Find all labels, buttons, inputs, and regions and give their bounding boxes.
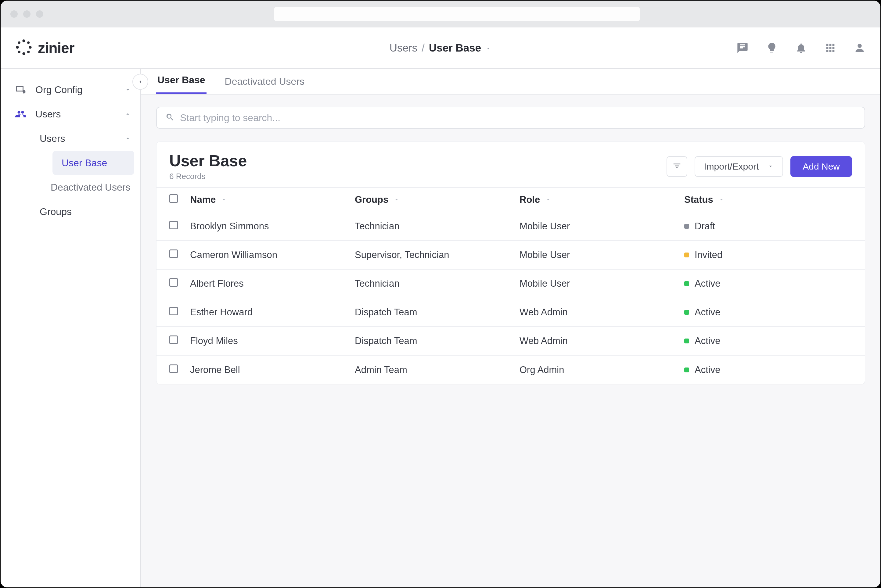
window-close[interactable] <box>11 10 18 18</box>
sidebar-item-user-base[interactable]: User Base <box>53 151 134 175</box>
table-row[interactable]: Floyd MilesDispatch TeamWeb AdminActive <box>156 327 865 355</box>
chat-icon[interactable] <box>736 42 749 54</box>
chevron-up-icon <box>125 109 131 120</box>
chevron-down-icon <box>125 84 131 96</box>
cell-role: Mobile User <box>519 212 684 241</box>
sidebar-collapse-button[interactable] <box>132 74 148 90</box>
add-new-button[interactable]: Add New <box>790 156 852 177</box>
cell-groups: Technician <box>355 212 519 241</box>
filter-icon <box>672 161 681 172</box>
status-label: Draft <box>695 221 715 232</box>
search-icon <box>165 112 174 123</box>
brand: zinier <box>15 39 74 57</box>
breadcrumb-current[interactable]: User Base <box>429 42 481 54</box>
column-header-status[interactable]: Status <box>684 188 865 212</box>
table-header-row: Name Groups Role Status <box>156 188 865 212</box>
sidebar-item-label: User Base <box>62 158 107 169</box>
cell-status: Active <box>684 355 865 384</box>
cell-groups: Dispatch Team <box>355 298 519 327</box>
sidebar: Org Config Users Users User Base <box>1 69 141 588</box>
sort-icon <box>393 194 400 205</box>
sort-icon <box>718 194 725 205</box>
row-checkbox[interactable] <box>169 249 178 258</box>
svg-point-4 <box>18 42 20 44</box>
tabs: User Base Deactivated Users <box>141 69 880 94</box>
sidebar-item-org-config[interactable]: Org Config <box>1 78 140 102</box>
cell-status: Active <box>684 327 865 355</box>
table-row[interactable]: Jerome BellAdmin TeamOrg AdminActive <box>156 355 865 384</box>
chevron-up-icon <box>125 133 131 144</box>
sidebar-item-users[interactable]: Users <box>35 126 140 151</box>
main-content: User Base Deactivated Users User Bas <box>141 69 880 588</box>
column-label: Name <box>190 194 216 205</box>
column-header-name[interactable]: Name <box>190 188 355 212</box>
status-label: Active <box>695 336 720 346</box>
row-checkbox[interactable] <box>169 336 178 344</box>
window-maximize[interactable] <box>36 10 43 18</box>
column-header-groups[interactable]: Groups <box>355 188 519 212</box>
sort-icon <box>221 194 227 205</box>
status-dot-icon <box>684 310 689 315</box>
cell-role: Web Admin <box>519 327 684 355</box>
sidebar-item-label: Groups <box>40 206 72 218</box>
sort-icon <box>545 194 552 205</box>
column-label: Role <box>519 194 540 205</box>
panel-subtitle: 6 Records <box>169 172 247 181</box>
table-row[interactable]: Cameron WilliamsonSupervisor, Technician… <box>156 241 865 269</box>
app-topbar: zinier Users / User Base <box>1 27 880 69</box>
table-row[interactable]: Albert FloresTechnicianMobile UserActive <box>156 269 865 298</box>
users-icon <box>15 109 27 120</box>
row-checkbox[interactable] <box>169 221 178 230</box>
filter-button[interactable] <box>666 156 687 177</box>
topbar-actions <box>736 42 866 54</box>
browser-urlbar[interactable] <box>274 7 640 21</box>
cell-role: Org Admin <box>519 355 684 384</box>
status-dot-icon <box>684 368 689 372</box>
status-label: Active <box>695 364 720 375</box>
cell-name: Esther Howard <box>190 298 355 327</box>
window-controls <box>11 10 43 18</box>
sidebar-item-label: Users <box>35 109 61 120</box>
avatar-icon[interactable] <box>854 42 866 54</box>
brand-logo-icon <box>15 39 32 57</box>
sidebar-item-label: Deactivated Users <box>51 182 130 193</box>
chevron-down-icon <box>767 161 774 172</box>
apps-grid-icon[interactable] <box>824 42 836 54</box>
status-label: Invited <box>695 249 722 261</box>
svg-point-2 <box>16 46 19 48</box>
sidebar-item-deactivated-users[interactable]: Deactivated Users <box>47 175 140 200</box>
sidebar-item-users-root[interactable]: Users <box>1 102 140 126</box>
cell-status: Invited <box>684 241 865 269</box>
users-table: Name Groups Role Status <box>156 187 865 384</box>
status-dot-icon <box>684 252 689 257</box>
select-all-checkbox[interactable] <box>169 194 178 203</box>
column-header-role[interactable]: Role <box>519 188 684 212</box>
svg-point-1 <box>22 52 25 55</box>
tab-user-base[interactable]: User Base <box>156 74 207 94</box>
hint-icon[interactable] <box>766 42 778 54</box>
table-row[interactable]: Brooklyn SimmonsTechnicianMobile UserDra… <box>156 212 865 241</box>
svg-point-5 <box>27 42 30 44</box>
cell-groups: Technician <box>355 269 519 298</box>
search-input[interactable] <box>180 112 856 123</box>
window-minimize[interactable] <box>23 10 30 18</box>
sidebar-item-groups[interactable]: Groups <box>35 200 140 224</box>
breadcrumb: Users / User Base <box>390 42 491 54</box>
cell-groups: Admin Team <box>355 355 519 384</box>
table-row[interactable]: Esther HowardDispatch TeamWeb AdminActiv… <box>156 298 865 327</box>
svg-point-7 <box>27 51 30 53</box>
search-box[interactable] <box>156 107 865 129</box>
tab-label: User Base <box>158 74 205 86</box>
row-checkbox[interactable] <box>169 278 178 286</box>
user-base-card: User Base 6 Records Import/Export <box>156 141 865 384</box>
cell-role: Mobile User <box>519 269 684 298</box>
breadcrumb-parent[interactable]: Users <box>390 42 417 54</box>
row-checkbox[interactable] <box>169 307 178 315</box>
row-checkbox[interactable] <box>169 364 178 373</box>
status-dot-icon <box>684 224 689 229</box>
bell-icon[interactable] <box>795 42 807 54</box>
cell-status: Active <box>684 269 865 298</box>
tab-deactivated-users[interactable]: Deactivated Users <box>224 76 306 94</box>
breadcrumb-caret-icon[interactable] <box>485 42 491 54</box>
import-export-button[interactable]: Import/Export <box>695 156 783 177</box>
